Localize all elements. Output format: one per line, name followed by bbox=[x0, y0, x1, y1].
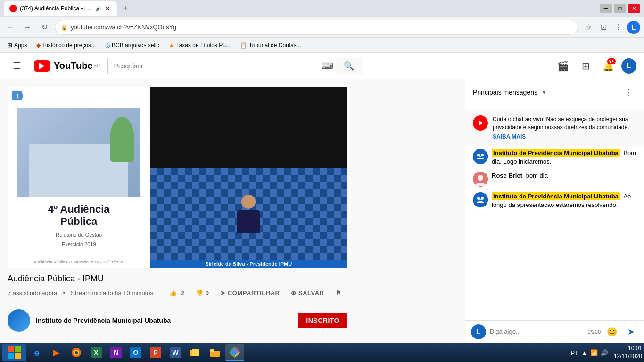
apps-grid-button[interactable]: ⊞ bbox=[576, 57, 595, 75]
main-content: 1 4º Audiência Pública Relatório de Gest… bbox=[0, 79, 644, 343]
chrome-icon bbox=[229, 346, 240, 358]
youtube-country-badge: BR bbox=[94, 63, 100, 68]
bookmark-tribunal[interactable]: 📋 Tribunal de Contas... bbox=[236, 41, 305, 49]
taskbar-outlook[interactable]: O bbox=[126, 344, 145, 361]
save-button[interactable]: ⊕ SALVAR bbox=[285, 287, 330, 299]
slide-building-image bbox=[17, 108, 140, 197]
chat-message-3: Instituto de Previdência Municipal Ubatu… bbox=[465, 189, 644, 212]
video-section: 1 4º Audiência Pública Relatório de Gest… bbox=[0, 79, 465, 343]
taskbar-date-display: 12/11/2020 bbox=[614, 353, 642, 361]
cast-icon[interactable]: ⊡ bbox=[597, 21, 610, 34]
taxas-icon: ▲ bbox=[169, 42, 174, 49]
slide-year-label: Exercício 2019 bbox=[48, 241, 110, 247]
send-button[interactable]: ➤ bbox=[623, 324, 638, 339]
outlook-icon: O bbox=[130, 347, 141, 358]
taskbar-ie[interactable]: e bbox=[27, 344, 46, 361]
user-avatar-button[interactable]: L bbox=[621, 58, 636, 74]
video-meta: 7 assistindo agora • Stream iniciado há … bbox=[8, 287, 347, 299]
media-player-icon: ▶ bbox=[51, 347, 62, 358]
notifications-button[interactable]: 🔔 9+ bbox=[599, 57, 618, 75]
subscribe-button[interactable]: INSCRITO bbox=[298, 313, 347, 328]
browser-tab[interactable]: (374) Audiência Pública - IPM 🔊 ✕ bbox=[4, 1, 117, 16]
minimize-button[interactable]: ─ bbox=[600, 4, 612, 13]
maximize-button[interactable]: □ bbox=[614, 4, 626, 13]
chat-username-3: Instituto de Previdência Municipal Ubatu… bbox=[492, 192, 620, 200]
taskbar-ppt[interactable]: P bbox=[146, 344, 165, 361]
volume-icon[interactable]: 🔊 bbox=[601, 349, 608, 356]
bookmark-tribunal-label: Tribunal de Contas... bbox=[249, 42, 301, 49]
system-tray-icons: PT ▲ 📶 🔊 bbox=[567, 349, 612, 356]
channel-avatar[interactable] bbox=[8, 309, 30, 332]
taskbar-explorer[interactable] bbox=[206, 344, 224, 361]
hamburger-menu-button[interactable]: ☰ bbox=[8, 57, 26, 75]
svg-point-2 bbox=[481, 154, 484, 156]
search-form: ⌨ 🔍 bbox=[107, 58, 362, 74]
meta-dot: • bbox=[63, 289, 66, 296]
taskbar-onenote[interactable]: N bbox=[107, 344, 125, 361]
svg-point-1 bbox=[477, 154, 480, 156]
bookmark-bcb[interactable]: ◎ BCB arquivos selic bbox=[101, 41, 163, 49]
bookmark-historico[interactable]: ◆ Histórico de preços... bbox=[33, 41, 99, 49]
taskbar-chrome[interactable] bbox=[225, 344, 244, 361]
taskbar-firefox[interactable] bbox=[67, 344, 86, 361]
chat-input-field[interactable] bbox=[490, 326, 584, 337]
close-button[interactable]: ✕ bbox=[628, 4, 640, 13]
like-button[interactable]: 👍 2 bbox=[164, 287, 190, 299]
taskbar-filemanager[interactable] bbox=[186, 344, 205, 361]
taskbar-excel[interactable]: X bbox=[87, 344, 106, 361]
apps-grid-icon: ⊞ bbox=[8, 42, 12, 49]
chat-dropdown-icon[interactable]: ▼ bbox=[541, 89, 547, 96]
bookmark-apps[interactable]: ⊞ Apps bbox=[4, 41, 31, 49]
bookmark-historico-label: Histórico de preços... bbox=[42, 42, 96, 49]
tulip-icon: ◆ bbox=[36, 42, 41, 49]
more-icon[interactable]: ⋮ bbox=[612, 21, 625, 34]
back-button[interactable]: ← bbox=[4, 21, 17, 34]
presenter-figure bbox=[230, 195, 267, 242]
chat-user-avatar-1 bbox=[473, 149, 488, 164]
emoji-button[interactable]: 😊 bbox=[604, 324, 619, 339]
presenter-name-bar: Sirleide da Silva - Presidende IPMU bbox=[150, 260, 347, 268]
search-button[interactable]: 🔍 bbox=[336, 58, 362, 74]
ppt-icon: P bbox=[150, 347, 161, 358]
arrow-up-icon[interactable]: ▲ bbox=[581, 349, 587, 356]
video-presenter: Sirleide da Silva - Presidende IPMU bbox=[150, 168, 347, 268]
video-top-black bbox=[150, 87, 347, 168]
word-icon: W bbox=[170, 347, 181, 358]
refresh-button[interactable]: ↻ bbox=[38, 21, 51, 34]
new-tab-button[interactable]: + bbox=[119, 2, 132, 15]
explorer-icon bbox=[209, 347, 221, 358]
chat-username-1: Instituto de Previdência Municipal Ubatu… bbox=[492, 149, 620, 157]
search-input[interactable] bbox=[107, 58, 315, 74]
taskbar-word[interactable]: W bbox=[166, 344, 185, 361]
saiba-mais-link[interactable]: SAIBA MAIS bbox=[493, 133, 636, 140]
keyboard-icon[interactable]: ⌨ bbox=[319, 58, 336, 74]
bookmark-taxas[interactable]: ▲ Taxas de Títulos Pú... bbox=[165, 41, 234, 49]
svg-point-19 bbox=[233, 350, 237, 354]
create-video-button[interactable]: 🎬 bbox=[553, 57, 572, 75]
address-bar[interactable]: 🔒 youtube.com/watch?v=ZKNVxQOusYg bbox=[55, 20, 578, 35]
bookmarks-bar: ⊞ Apps ◆ Histórico de preços... ◎ BCB ar… bbox=[0, 38, 644, 53]
taskbar-media-player[interactable]: ▶ bbox=[47, 344, 66, 361]
excel-icon: X bbox=[91, 347, 102, 358]
chat-more-button[interactable]: ⋮ bbox=[621, 85, 636, 100]
video-player[interactable]: 1 4º Audiência Pública Relatório de Gest… bbox=[8, 87, 347, 268]
youtube-logo[interactable]: YouTubeBR bbox=[34, 60, 100, 72]
tab-close-button[interactable]: ✕ bbox=[104, 5, 111, 12]
svg-point-8 bbox=[481, 197, 484, 200]
tab-title: (374) Audiência Pública - IPM bbox=[20, 5, 92, 12]
chat-msg-2-content: Rose Briet bom dia bbox=[492, 172, 548, 180]
toolbar-icons: ☆ ⊡ ⋮ L bbox=[582, 21, 640, 34]
tab-audio-icon: 🔊 bbox=[95, 6, 101, 11]
chat-user-avatar-3 bbox=[473, 192, 488, 207]
dislike-button[interactable]: 👎 0 bbox=[190, 287, 215, 299]
more-button[interactable]: ⚑ bbox=[330, 287, 347, 299]
profile-button[interactable]: L bbox=[627, 21, 640, 34]
start-button[interactable] bbox=[2, 344, 26, 361]
youtube-header: ☰ YouTubeBR ⌨ 🔍 🎬 ⊞ 🔔 9+ L bbox=[0, 53, 644, 79]
slide-title-line1: 4º Audiência bbox=[48, 203, 110, 215]
svg-point-7 bbox=[477, 197, 480, 200]
tribunal-icon: 📋 bbox=[240, 42, 247, 49]
bookmark-star-icon[interactable]: ☆ bbox=[582, 21, 595, 34]
share-button[interactable]: ➤ COMPARTILHAR bbox=[215, 287, 285, 299]
forward-button[interactable]: → bbox=[21, 21, 34, 34]
